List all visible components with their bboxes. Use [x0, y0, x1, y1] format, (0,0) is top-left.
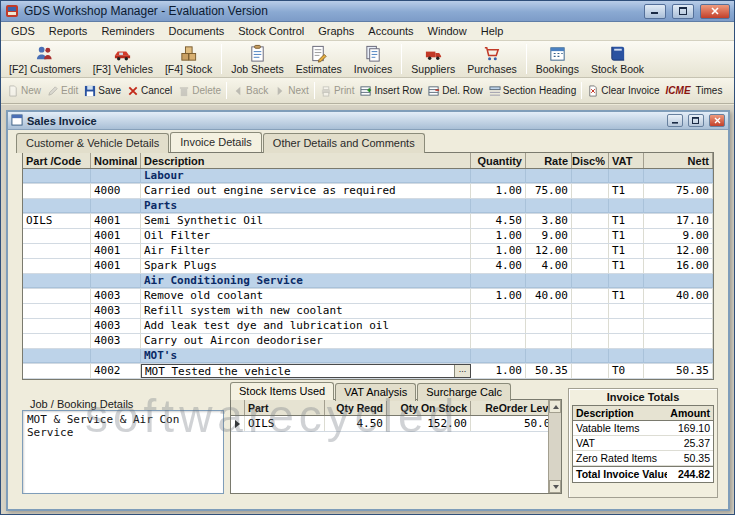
grid-cell[interactable]: Oil Filter: [141, 229, 471, 243]
grid-cell[interactable]: 4.50: [471, 214, 526, 228]
grid-cell[interactable]: T1: [609, 214, 644, 228]
grid-cell[interactable]: [644, 304, 713, 318]
edit-button[interactable]: Edit: [44, 83, 81, 99]
grid-cell[interactable]: [572, 184, 609, 198]
grid-cell[interactable]: [23, 199, 91, 213]
grid-cell[interactable]: [471, 334, 526, 348]
new-button[interactable]: New: [4, 83, 44, 99]
menu-item-gds[interactable]: GDS: [4, 23, 42, 39]
f3-vehicles-button[interactable]: [F3] Vehicles: [87, 43, 159, 76]
grid-cell[interactable]: 16.00: [644, 259, 713, 273]
grid-cell[interactable]: 4003: [91, 334, 141, 348]
column-header-disc[interactable]: Disc%: [572, 153, 609, 168]
grid-cell[interactable]: T1: [609, 289, 644, 303]
column-header-nominal[interactable]: Nominal: [91, 153, 141, 168]
grid-cell[interactable]: 50.35: [644, 364, 713, 378]
grid-section-row[interactable]: MOT's: [23, 349, 713, 364]
grid-cell[interactable]: [23, 349, 91, 363]
grid-cell[interactable]: [572, 274, 609, 288]
grid-cell[interactable]: [644, 319, 713, 333]
grid-cell[interactable]: Remove old coolant: [141, 289, 471, 303]
grid-cell[interactable]: Parts: [141, 199, 471, 213]
grid-cell[interactable]: [91, 349, 141, 363]
insert-row-button[interactable]: Insert Row: [357, 83, 425, 99]
grid-cell[interactable]: 12.00: [526, 244, 572, 258]
grid-cell[interactable]: 1.00: [471, 184, 526, 198]
grid-section-row[interactable]: Labour: [23, 169, 713, 184]
grid-cell[interactable]: [526, 319, 572, 333]
grid-cell[interactable]: 4.00: [471, 259, 526, 273]
delete-row-button[interactable]: Del. Row: [425, 83, 486, 99]
grid-cell[interactable]: [572, 304, 609, 318]
grid-cell[interactable]: [526, 304, 572, 318]
delete-button[interactable]: Delete: [175, 83, 224, 99]
grid-cell[interactable]: [471, 349, 526, 363]
grid-cell[interactable]: [91, 169, 141, 183]
cancel-button[interactable]: Cancel: [124, 83, 175, 99]
grid-item-row[interactable]: OILS4001Semi Synthetic Oil4.503.80T117.1…: [23, 214, 713, 229]
column-header-quantity[interactable]: Quantity: [471, 153, 526, 168]
grid-cell[interactable]: 75.00: [644, 184, 713, 198]
grid-cell[interactable]: [644, 169, 713, 183]
tab-other-details-and-comments[interactable]: Other Details and Comments: [263, 133, 425, 153]
grid-cell[interactable]: [644, 199, 713, 213]
tab-customer-vehicle-details[interactable]: Customer & Vehicle Details: [16, 133, 169, 153]
grid-cell[interactable]: 4001: [91, 214, 141, 228]
menu-item-help[interactable]: Help: [474, 23, 511, 39]
column-header-qty-on-stock[interactable]: Qty On Stock: [387, 400, 471, 415]
grid-cell[interactable]: [471, 199, 526, 213]
grid-cell[interactable]: [23, 244, 91, 258]
menu-item-reports[interactable]: Reports: [42, 23, 95, 39]
sales-invoice-minimize-button[interactable]: [667, 114, 683, 127]
grid-cell[interactable]: [23, 319, 91, 333]
grid-cell[interactable]: 4.00: [526, 259, 572, 273]
grid-cell[interactable]: T1: [609, 229, 644, 243]
grid-cell[interactable]: 50.35: [526, 364, 572, 378]
stock-table-row[interactable]: OILS 4.50 152.00 50.00: [231, 416, 561, 432]
tab-surcharge-calc[interactable]: Surcharge Calc: [417, 383, 511, 401]
grid-cell[interactable]: 4001: [91, 244, 141, 258]
grid-item-row[interactable]: 4002MOT Tested the vehicle...1.0050.35T0…: [23, 364, 713, 379]
grid-cell[interactable]: 1.00: [471, 364, 526, 378]
column-header-qty-reqd[interactable]: Qty Reqd: [325, 400, 387, 415]
grid-cell[interactable]: 40.00: [644, 289, 713, 303]
grid-cell[interactable]: 1.00: [471, 289, 526, 303]
grid-cell[interactable]: [644, 274, 713, 288]
grid-cell[interactable]: [572, 289, 609, 303]
grid-cell[interactable]: 17.10: [644, 214, 713, 228]
grid-cell[interactable]: [526, 334, 572, 348]
menu-item-documents[interactable]: Documents: [162, 23, 232, 39]
column-header-rate[interactable]: Rate: [526, 153, 572, 168]
window-close-button[interactable]: [700, 4, 730, 19]
grid-cell[interactable]: [23, 334, 91, 348]
grid-cell[interactable]: [471, 319, 526, 333]
sales-invoice-maximize-button[interactable]: [688, 114, 704, 127]
grid-cell[interactable]: Labour: [141, 169, 471, 183]
grid-cell[interactable]: [572, 199, 609, 213]
window-maximize-button[interactable]: [672, 4, 694, 19]
tab-stock-items-used[interactable]: Stock Items Used: [230, 382, 334, 400]
grid-cell[interactable]: T1: [609, 244, 644, 258]
purchases-button[interactable]: Purchases: [461, 43, 523, 76]
grid-cell[interactable]: [91, 274, 141, 288]
title-bar[interactable]: GDS Workshop Manager - Evaluation Versio…: [1, 1, 734, 22]
grid-cell[interactable]: 1.00: [471, 229, 526, 243]
grid-cell[interactable]: 12.00: [644, 244, 713, 258]
grid-cell[interactable]: [572, 229, 609, 243]
menu-item-reminders[interactable]: Reminders: [94, 23, 161, 39]
save-button[interactable]: Save: [81, 83, 124, 99]
grid-cell[interactable]: [471, 274, 526, 288]
grid-cell[interactable]: [526, 349, 572, 363]
stock-part-cell[interactable]: OILS: [245, 416, 325, 431]
stock-qty-on-stock-cell[interactable]: 152.00: [387, 416, 471, 431]
grid-cell[interactable]: [572, 349, 609, 363]
grid-cell[interactable]: 4003: [91, 319, 141, 333]
grid-cell[interactable]: 75.00: [526, 184, 572, 198]
back-button[interactable]: Back: [229, 83, 271, 99]
grid-item-row[interactable]: 4003Carry out Aircon deodoriser: [23, 334, 713, 349]
grid-cell[interactable]: 4003: [91, 304, 141, 318]
grid-cell[interactable]: OILS: [23, 214, 91, 228]
stock-qty-reqd-cell[interactable]: 4.50: [325, 416, 387, 431]
grid-cell[interactable]: [91, 199, 141, 213]
job-sheets-button[interactable]: Job Sheets: [225, 43, 290, 76]
